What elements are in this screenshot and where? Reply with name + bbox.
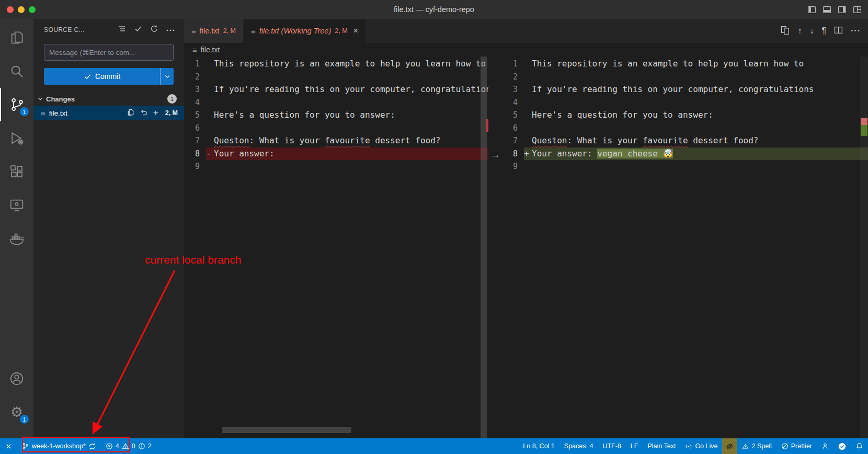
diff-original-pane: 1This repository is an example to help y… — [184, 56, 488, 438]
status-check-button[interactable] — [833, 438, 851, 454]
split-editor-icon[interactable] — [834, 26, 843, 37]
breadcrumb[interactable]: ≡ file.txt — [184, 43, 868, 56]
close-window-button[interactable] — [7, 6, 14, 13]
code-line[interactable]: 5Here's a question for you to answer: — [184, 109, 488, 122]
more-actions-icon[interactable]: ··· — [851, 26, 861, 36]
scm-badge: 1 — [20, 107, 29, 116]
commit-message-input[interactable] — [44, 44, 174, 61]
toggle-panel-icon[interactable] — [823, 5, 831, 14]
discard-changes-icon[interactable] — [140, 108, 148, 118]
zoom-window-button[interactable] — [29, 6, 36, 13]
settings-badge: 1 — [20, 415, 29, 424]
code-line[interactable]: 2 — [502, 71, 868, 84]
toggle-secondary-sidebar-icon[interactable] — [838, 5, 847, 14]
remote-indicator[interactable] — [0, 438, 17, 454]
settings-gear-icon[interactable]: ⚙ 1 — [0, 395, 33, 429]
changes-section-header[interactable]: Changes 1 — [33, 92, 184, 106]
line-number: 3 — [502, 83, 524, 96]
crossed-eye-status[interactable] — [722, 438, 737, 454]
encoding-indicator[interactable]: UTF-8 — [598, 438, 625, 454]
refresh-icon[interactable] — [150, 25, 158, 35]
spell-error-text: favourite — [325, 135, 370, 145]
minimize-window-button[interactable] — [18, 6, 25, 13]
code-line[interactable]: 7Queston: What is your favourite dessert… — [502, 134, 868, 147]
spell-error-text: favourite — [643, 135, 688, 145]
accounts-icon[interactable] — [0, 362, 33, 395]
code-line[interactable]: 6 — [184, 122, 488, 135]
code-line[interactable]: 9 — [502, 160, 868, 173]
spell-checker-status[interactable]: 2 Spell — [737, 438, 776, 454]
code-line[interactable]: 8+Your answer: vegan cheese 🤯 — [502, 147, 868, 161]
tab-file-working-tree[interactable]: ≡ file.txt (Working Tree) 2, M × — [244, 19, 366, 43]
diff-divider: → — [488, 56, 502, 438]
code-line[interactable]: 5Here's a question for you to answer: — [502, 109, 868, 122]
more-actions-icon[interactable]: ··· — [166, 26, 176, 35]
stage-changes-icon[interactable]: + — [153, 108, 158, 118]
close-tab-icon[interactable]: × — [353, 26, 358, 36]
code-line[interactable]: 1This repository is an example to help y… — [502, 58, 868, 71]
source-control-icon[interactable]: 1 — [0, 88, 33, 121]
line-number: 2 — [184, 71, 206, 84]
docker-icon[interactable] — [0, 222, 33, 255]
toggle-sidebar-icon[interactable] — [807, 5, 816, 14]
explorer-icon[interactable] — [0, 21, 33, 54]
run-debug-icon[interactable] — [0, 121, 33, 155]
next-change-icon[interactable]: ↓ — [809, 26, 814, 36]
overview-ruler-added-marker — [861, 125, 867, 136]
search-icon[interactable] — [0, 54, 33, 88]
extensions-icon[interactable] — [0, 155, 33, 188]
code-text: Your answer: — [532, 149, 597, 158]
warning-count: 0 — [132, 442, 135, 450]
branch-indicator[interactable]: week-1-workshop* — [17, 438, 101, 454]
code-text: Your answer: — [214, 149, 279, 158]
diff-sign — [524, 83, 532, 96]
open-file-icon[interactable] — [127, 108, 135, 118]
status-bar: week-1-workshop* 4 0 2 Ln 8, Col 1 Space… — [0, 438, 868, 454]
code-line[interactable]: 1This repository is an example to help y… — [184, 58, 488, 71]
eol-indicator[interactable]: LF — [626, 438, 643, 454]
toggle-whitespace-icon[interactable]: ¶ — [821, 26, 826, 36]
code-line[interactable]: 3If you're reading this on your computer… — [502, 83, 868, 96]
broadcast-icon — [685, 442, 692, 450]
line-number: 1 — [502, 58, 524, 71]
previous-change-icon[interactable]: ↑ — [797, 26, 802, 36]
code-line[interactable]: 4 — [184, 96, 488, 109]
commit-dropdown-button[interactable] — [160, 68, 174, 85]
title-bar: file.txt — cyf-demo-repo — [0, 0, 868, 19]
code-line[interactable]: 2 — [184, 71, 488, 84]
line-number: 5 — [502, 109, 524, 122]
notifications-button[interactable] — [851, 438, 868, 454]
horizontal-scrollbar[interactable] — [222, 427, 351, 433]
code-line[interactable]: 9 — [184, 160, 488, 173]
code-line[interactable]: 4 — [502, 96, 868, 109]
code-line[interactable]: 8-Your answer: — [184, 147, 488, 161]
problems-indicator[interactable]: 4 0 2 — [101, 438, 156, 454]
customize-layout-icon[interactable] — [853, 5, 862, 14]
revert-block-arrow-icon[interactable]: → — [489, 149, 501, 161]
tab-file[interactable]: ≡ file.txt 2, M — [184, 19, 244, 43]
code-text: If you're reading this on your computer,… — [214, 84, 488, 94]
commit-button[interactable]: Commit — [44, 68, 174, 85]
remote-explorer-icon[interactable] — [0, 188, 33, 222]
code-line[interactable]: 6 — [502, 122, 868, 135]
indentation-indicator[interactable]: Spaces: 4 — [559, 438, 598, 454]
commit-button-label: Commit — [95, 72, 120, 81]
cursor-position[interactable]: Ln 8, Col 1 — [518, 438, 559, 454]
sync-changes-icon — [88, 442, 96, 450]
changed-file-row[interactable]: ≡ file.txt + 2, M — [33, 106, 184, 120]
overview-ruler[interactable] — [860, 56, 868, 438]
go-live-button[interactable]: Go Live — [680, 438, 722, 454]
language-mode[interactable]: Plain Text — [643, 438, 680, 454]
vertical-scrollbar[interactable] — [481, 56, 487, 438]
code-line[interactable]: 3If you're reading this on your computer… — [184, 83, 488, 96]
feedback-button[interactable] — [817, 438, 833, 454]
view-as-list-icon[interactable] — [118, 25, 126, 35]
line-number: 5 — [184, 109, 206, 122]
open-changes-icon[interactable] — [781, 26, 790, 37]
code-line[interactable]: 7Queston: What is your favourite dessert… — [184, 134, 488, 147]
prettier-status[interactable]: Prettier — [776, 438, 817, 454]
annotation-label: current local branch — [145, 254, 241, 266]
tab-status: 2, M — [335, 27, 347, 35]
spell-error-text: Queston — [532, 135, 567, 145]
commit-check-icon[interactable] — [134, 25, 142, 35]
